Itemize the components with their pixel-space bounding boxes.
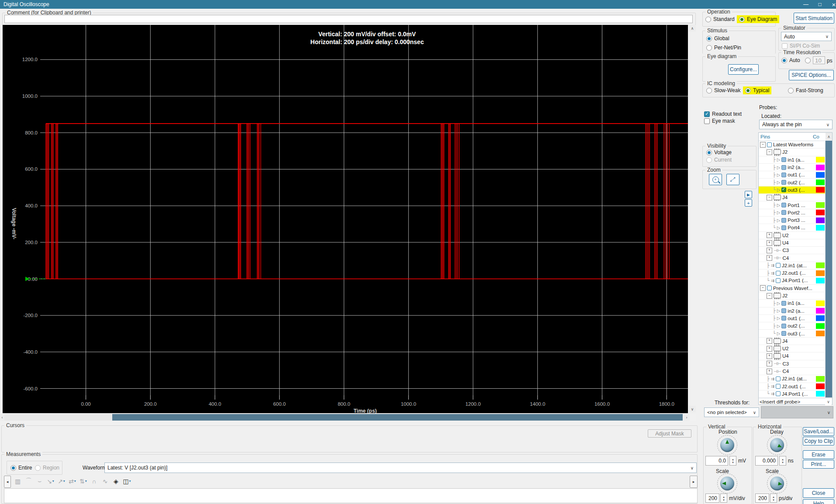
close-button[interactable]: × <box>827 0 836 9</box>
tree-row[interactable]: +⊣⊢C4 <box>759 368 832 375</box>
tree-row[interactable]: ├▷out1 (... <box>759 171 832 179</box>
eye-width-icon[interactable]: ◈ <box>111 476 121 486</box>
probe-checkbox[interactable] <box>781 203 786 207</box>
radio-time-auto[interactable]: Auto <box>781 57 800 63</box>
region-radio-icon[interactable] <box>35 465 41 471</box>
sipi-cosim-checkbox[interactable] <box>782 43 788 49</box>
plot-scroll-down[interactable]: ∨ <box>689 406 696 412</box>
collapse-icon[interactable]: − <box>767 149 772 155</box>
eye-height-icon[interactable]: ◫▾ <box>121 476 132 486</box>
configure-button[interactable]: Configure... <box>728 64 759 75</box>
probe-checkbox[interactable] <box>781 218 786 223</box>
frequency-icon[interactable]: ∩ <box>89 476 100 486</box>
color-swatch[interactable] <box>816 323 825 329</box>
tree-row[interactable]: +J4 <box>759 338 832 345</box>
tree-row[interactable]: ├▷Port1 ... <box>759 201 832 209</box>
color-swatch[interactable] <box>816 315 825 321</box>
print-button[interactable]: Print... <box>803 460 834 469</box>
toolbar-scroll-left-button[interactable]: ◂ <box>4 476 11 488</box>
tree-row[interactable]: ├▷out1 (... <box>759 315 832 322</box>
probe-checkbox[interactable] <box>781 187 786 192</box>
probe-checkbox[interactable] <box>781 157 786 162</box>
readout-text-checkbox-row[interactable]: Readout text <box>704 111 742 117</box>
probe-checkbox[interactable] <box>781 316 786 321</box>
dropdown-arrow-icon[interactable]: ▾ <box>74 479 76 483</box>
overshoot-icon[interactable]: ⌒ <box>23 476 34 486</box>
color-swatch[interactable] <box>816 172 825 178</box>
expand-icon[interactable]: + <box>767 240 772 246</box>
radio-per-net-pin[interactable]: Per-Net/Pin <box>706 45 741 51</box>
expand-icon[interactable]: + <box>767 361 772 366</box>
toolbar-scroll-right-button[interactable]: ▸ <box>690 476 698 488</box>
tree-row[interactable]: ├⇉J2.in1 (at... <box>759 375 832 383</box>
probe-checkbox[interactable] <box>781 308 786 313</box>
oscilloscope-display[interactable]: 0.00200.0400.0600.0800.01000.01200.01400… <box>3 25 688 413</box>
probe-checkbox[interactable] <box>781 225 786 230</box>
tree-row[interactable]: ├▷out2 (... <box>759 322 832 330</box>
tree-row[interactable]: +⊣⊢C3 <box>759 360 832 368</box>
probe-checkbox[interactable] <box>781 331 786 336</box>
expand-icon[interactable]: + <box>767 255 772 261</box>
erase-button[interactable]: Erase <box>803 450 834 459</box>
tree-row[interactable]: +⊣⊢C4 <box>759 254 832 262</box>
horizontal-delay-stepper[interactable]: ▴▾ <box>779 456 786 466</box>
dropdown-arrow-icon[interactable]: ▾ <box>52 479 54 483</box>
tree-row[interactable]: ├▷Port3 ... <box>759 217 832 224</box>
save-load-button[interactable]: Save/Load... <box>803 427 834 436</box>
radio-entire[interactable]: Entire <box>10 465 32 471</box>
pins-tree[interactable]: Pins Co ∧ −Latest Waveforms−J2├▷in1 (a..… <box>758 132 833 405</box>
probe-checkbox[interactable] <box>781 180 786 185</box>
sipi-cosim-checkbox-row[interactable]: SI/PI Co-Sim <box>782 43 820 49</box>
color-swatch[interactable] <box>816 270 825 276</box>
tree-row[interactable]: └⇉J4.Port1 (... <box>759 390 832 398</box>
color-swatch[interactable] <box>816 165 825 170</box>
minimize-button[interactable]: — <box>799 0 812 9</box>
tree-row[interactable]: ├▷out2 (... <box>759 179 832 186</box>
expand-icon[interactable]: + <box>767 248 772 253</box>
radio-current[interactable]: Current <box>706 157 732 163</box>
probe-checkbox[interactable] <box>781 165 786 170</box>
expand-icon[interactable]: + <box>767 338 772 344</box>
tree-row[interactable]: └▷out3 (... <box>759 330 832 337</box>
zoom-fit-button[interactable]: ↗↙ <box>726 174 739 185</box>
collapse-icon[interactable]: − <box>767 293 772 299</box>
standard-radio-icon[interactable] <box>705 17 711 22</box>
current-radio-icon[interactable] <box>706 157 712 163</box>
delay-rising-icon[interactable]: ⇄▾ <box>67 476 78 486</box>
waveform-select[interactable]: Latest: V [J2.out3 (at pin)] ∨ <box>104 463 697 473</box>
time-resolution-input[interactable] <box>813 56 825 64</box>
probe-checkbox[interactable] <box>781 210 786 215</box>
column-header-color[interactable]: Co <box>813 134 819 139</box>
color-swatch[interactable] <box>816 308 825 314</box>
global-radio-icon[interactable] <box>706 36 712 41</box>
spice-options-button[interactable]: SPICE Options... <box>789 70 834 80</box>
radio-global[interactable]: Global <box>706 35 729 41</box>
collapse-icon[interactable]: − <box>760 142 766 148</box>
probe-checkbox[interactable] <box>781 324 786 328</box>
comment-input[interactable] <box>4 15 693 23</box>
copy-to-clip-button[interactable]: Copy to Clip <box>803 437 834 445</box>
tree-row[interactable]: +U2 <box>759 345 832 352</box>
color-swatch[interactable] <box>816 262 825 268</box>
tree-row[interactable]: +U2 <box>759 232 832 239</box>
entire-radio-icon[interactable] <box>10 465 16 471</box>
radio-standard[interactable]: Standard <box>705 16 735 22</box>
thresholds-value-select[interactable]: ∨ <box>761 406 833 418</box>
tree-row[interactable]: ├▷Port2 ... <box>759 209 832 217</box>
probe-checkbox[interactable] <box>776 376 781 381</box>
color-swatch[interactable] <box>816 278 825 283</box>
color-swatch[interactable] <box>816 157 825 162</box>
tree-row[interactable]: −Latest Waveforms <box>759 141 832 148</box>
collapse-icon[interactable]: − <box>767 195 772 200</box>
eye-mask-measure-icon[interactable]: ▥ <box>12 476 23 486</box>
expand-icon[interactable]: + <box>767 369 772 374</box>
radio-fast-strong[interactable]: Fast-Strong <box>788 87 823 93</box>
probe-checkbox[interactable] <box>767 142 772 147</box>
eye-diagram-radio-icon[interactable] <box>739 17 745 22</box>
vertical-scale-knob[interactable] <box>717 473 737 494</box>
tree-row[interactable]: ├⇉J2.in1 (at... <box>759 262 832 269</box>
hscroll-track[interactable] <box>4 414 112 421</box>
color-swatch[interactable] <box>816 383 825 389</box>
vertical-scale-value[interactable]: 200 <box>705 494 719 503</box>
located-select[interactable]: Always at the pin ∨ <box>759 120 833 129</box>
